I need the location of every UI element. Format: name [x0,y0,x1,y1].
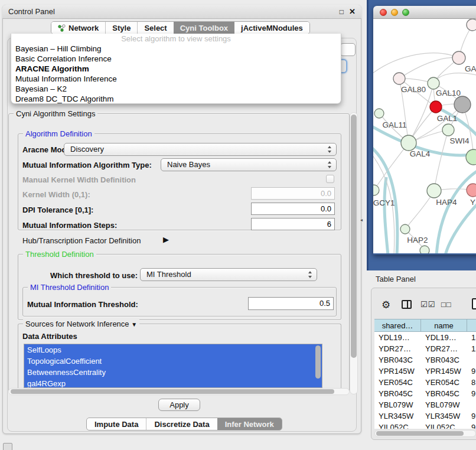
list-item-selected[interactable]: TopologicalCoefficient [24,356,322,367]
node-label: HAP2 [407,236,428,244]
control-panel-titlebar[interactable]: Control Panel □ ✕ [2,5,361,19]
list-item-selected[interactable]: SelfLoops [24,344,322,356]
column-header-shared-name[interactable]: shared… [374,319,421,331]
tab-select[interactable]: Select [137,22,173,34]
cell: YIL052C [374,422,421,429]
hub-definition-label[interactable]: Hub/Transcription Factor Definition [22,236,141,245]
node-gal10[interactable] [428,77,439,89]
node-hap2[interactable] [400,224,410,234]
column-header-name[interactable]: name [421,319,467,331]
menu-item-bayesian-k2[interactable]: Bayesian – K2 [11,84,341,94]
menu-item-basic-correlation[interactable]: Basic Correlation Inference [11,54,341,64]
which-threshold-select[interactable]: MI Threshold [140,268,317,281]
horizontal-scrollbar-thumb[interactable] [11,389,334,394]
group-title: Threshold Definition [23,250,96,259]
node-swi4[interactable] [466,149,476,165]
mi-algorithm-type-select[interactable]: Naive Bayes [161,158,337,171]
vertical-scrollbar-thumb[interactable] [351,115,357,358]
list-item-selected[interactable]: gal4RGexp [24,378,322,388]
data-attributes-list[interactable]: SelfLoops TopologicalCoefficient Between… [24,344,322,388]
tab-label: Select [144,22,167,34]
table-row[interactable]: YDL19…YDL19…13 [374,332,476,343]
table-body[interactable]: YDL19…YDL19…13 YDR27…YDR27…12 YBR043CYBR… [374,332,476,429]
tab-style[interactable]: Style [105,22,137,34]
node-gal11[interactable] [374,109,384,118]
node-gcy1[interactable] [373,185,379,195]
deselect-all-checkboxes-icon[interactable]: □□ [441,300,452,309]
table-row[interactable]: YBR045CYBR045C9. [374,388,476,399]
minimize-traffic-light-icon[interactable] [391,9,398,16]
node-gal-partial[interactable] [452,51,465,64]
select-all-checkboxes-icon[interactable]: ☑☑ [420,300,435,309]
node-gal4[interactable] [401,135,416,151]
apply-button[interactable]: Apply [158,399,200,411]
close-icon[interactable]: ✕ [349,8,356,15]
hidden-combo-fragment [340,43,356,56]
table-row[interactable]: YLR345WYLR345W9. [374,410,476,422]
node-hap4[interactable] [427,184,441,198]
zoom-traffic-light-icon[interactable] [402,9,409,16]
tab-network[interactable]: Network [51,22,105,34]
menu-item-mutual-information[interactable]: Mutual Information Inference [11,74,341,84]
aracne-mode-select[interactable]: Discovery [64,143,337,156]
table-row[interactable]: YBL079WYBL079W [374,399,476,410]
node-unlabeled-top[interactable] [467,19,476,31]
gear-icon[interactable]: ⚙ [382,299,390,311]
close-traffic-light-icon[interactable] [380,9,387,16]
float-window-icon[interactable]: □ [340,8,344,15]
mi-threshold-label: Mutual Information Threshold: [27,300,138,309]
mi-steps-input[interactable]: 6 [251,218,335,230]
split-columns-icon[interactable] [402,300,412,309]
node-label: GAL10 [436,89,461,97]
list-scrollbar-thumb[interactable] [315,345,321,379]
table-row[interactable]: YBR043CYBR043C [374,354,476,366]
table-row[interactable]: YDR27…YDR27…12 [374,343,476,354]
table-row[interactable]: YER054CYER054C8. [374,377,476,388]
document-icon[interactable] [472,298,476,309]
dpi-tolerance-label: DPI Tolerance [0,1]: [22,206,93,214]
list-item-selected[interactable]: BetweennessCentrality [24,367,322,378]
stepper-arrows-icon [328,146,332,153]
cell: 9. [467,410,476,422]
tab-jactivemnodules[interactable]: jActiveMNodules [234,22,309,34]
dpi-tolerance-input[interactable]: 0.0 [251,203,335,215]
application-root: GAL GAL80 GAL10 GAL11 GAL1 GAL4 SWI4 GCY… [0,0,476,450]
mi-threshold-input[interactable]: 0.5 [248,297,334,310]
expand-arrow-icon[interactable]: ▶ [163,235,169,244]
node-y-partial[interactable] [467,184,476,197]
collapse-arrow-icon[interactable]: ▼ [131,321,137,328]
node-unlabeled-bottom[interactable] [420,246,429,253]
table-horizontal-scrollbar-thumb[interactable] [376,431,464,436]
table-row[interactable]: YIL052CYIL052C9. [374,422,476,429]
node-label: GAL80 [401,85,426,94]
node-red-selected[interactable] [430,101,442,113]
node-gal80[interactable] [393,73,405,84]
node-label: GAL1 [437,114,458,123]
menu-item-bayesian-hill-climbing[interactable]: Bayesian – Hill Climbing [11,44,341,54]
sources-title: Sources for Network Inference [25,319,129,328]
dropdown-placeholder: Select algorithm to view settings [11,34,341,44]
minimized-panel-icon[interactable] [3,443,12,450]
tab-cyni-toolbox[interactable]: Cyni Toolbox [174,22,234,34]
menu-item-dream8[interactable]: Dream8 DC_TDC Algorithm [11,94,341,104]
kernel-width-input[interactable]: 0.0 [251,187,335,200]
node-gray[interactable] [454,96,471,113]
column-header-partial[interactable] [467,319,476,331]
manual-kernel-width-label: Manual Kernel Width Definition [22,175,136,184]
tab-infer-network[interactable]: Infer Network [217,418,282,430]
cell: YDR27… [374,343,421,354]
tab-discretize-data[interactable]: Discretize Data [146,418,217,430]
node-gal1[interactable] [442,124,454,136]
network-canvas[interactable]: GAL GAL80 GAL10 GAL11 GAL1 GAL4 SWI4 GCY… [373,19,476,253]
cell: 13 [467,332,476,343]
tab-impute-data[interactable]: Impute Data [87,418,146,430]
cell: YIL052C [421,422,467,429]
menu-item-aracne[interactable]: ARACNE Algorithm [11,64,341,74]
manual-kernel-width-checkbox[interactable] [326,175,334,183]
cell: 9. [467,422,476,429]
table-row[interactable]: YPR145WYPR145W9. [374,366,476,377]
splitter-collapse-icon[interactable]: ◂ [360,217,363,223]
control-panel-tabbar: Network Style Select Cyni Toolbox jActiv… [51,21,310,34]
cell: YBR043C [374,354,421,366]
network-window-titlebar[interactable] [373,6,476,19]
